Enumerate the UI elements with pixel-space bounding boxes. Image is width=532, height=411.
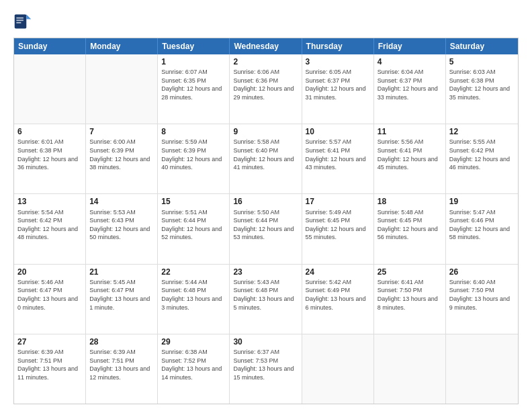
day-number: 5 <box>449 56 515 67</box>
day-info: Sunrise: 5:50 AMSunset: 6:44 PMDaylight:… <box>233 208 298 242</box>
day-cell-15: 15Sunrise: 5:51 AMSunset: 6:44 PMDayligh… <box>158 194 230 263</box>
day-info: Sunrise: 6:37 AMSunset: 7:53 PMDaylight:… <box>233 348 298 381</box>
day-number: 2 <box>233 56 298 67</box>
day-cell-24: 24Sunrise: 5:42 AMSunset: 6:49 PMDayligh… <box>302 265 374 334</box>
empty-cell <box>302 334 374 404</box>
day-cell-28: 28Sunrise: 6:39 AMSunset: 7:51 PMDayligh… <box>86 334 158 404</box>
day-info: Sunrise: 5:53 AMSunset: 6:43 PMDaylight:… <box>89 208 154 242</box>
day-number: 14 <box>89 196 154 207</box>
day-number: 10 <box>306 126 370 137</box>
day-info: Sunrise: 6:00 AMSunset: 6:39 PMDaylight:… <box>89 138 154 171</box>
day-number: 26 <box>449 267 515 277</box>
day-info: Sunrise: 6:04 AMSunset: 6:37 PMDaylight:… <box>378 68 442 101</box>
day-number: 12 <box>449 126 515 137</box>
empty-cell <box>374 334 446 404</box>
day-cell-26: 26Sunrise: 6:40 AMSunset: 7:50 PMDayligh… <box>446 265 518 334</box>
day-info: Sunrise: 5:45 AMSunset: 6:47 PMDaylight:… <box>89 278 154 312</box>
day-cell-23: 23Sunrise: 5:43 AMSunset: 6:48 PMDayligh… <box>230 265 302 334</box>
day-number: 24 <box>306 267 370 277</box>
logo-icon <box>13 12 32 31</box>
day-number: 4 <box>378 56 442 67</box>
day-info: Sunrise: 5:59 AMSunset: 6:39 PMDaylight:… <box>161 138 226 171</box>
day-number: 8 <box>161 126 226 137</box>
day-info: Sunrise: 5:51 AMSunset: 6:44 PMDaylight:… <box>161 208 226 242</box>
day-cell-7: 7Sunrise: 6:00 AMSunset: 6:39 PMDaylight… <box>86 124 158 193</box>
calendar-row-4: 20Sunrise: 5:46 AMSunset: 6:47 PMDayligh… <box>14 265 518 334</box>
day-info: Sunrise: 6:39 AMSunset: 7:51 PMDaylight:… <box>89 348 154 381</box>
day-number: 11 <box>378 126 442 137</box>
day-header-monday: Monday <box>86 38 158 54</box>
calendar-row-1: 1Sunrise: 6:07 AMSunset: 6:35 PMDaylight… <box>14 54 518 124</box>
calendar-row-5: 27Sunrise: 6:39 AMSunset: 7:51 PMDayligh… <box>14 334 518 404</box>
svg-rect-2 <box>16 17 24 19</box>
calendar-header: SundayMondayTuesdayWednesdayThursdayFrid… <box>14 38 518 54</box>
day-cell-12: 12Sunrise: 5:55 AMSunset: 6:42 PMDayligh… <box>446 124 518 193</box>
day-cell-13: 13Sunrise: 5:54 AMSunset: 6:42 PMDayligh… <box>14 194 86 263</box>
day-number: 13 <box>17 196 82 207</box>
day-number: 30 <box>233 336 298 347</box>
day-cell-14: 14Sunrise: 5:53 AMSunset: 6:43 PMDayligh… <box>86 194 158 263</box>
day-header-saturday: Saturday <box>446 38 518 54</box>
day-number: 15 <box>161 196 226 207</box>
day-info: Sunrise: 6:41 AMSunset: 7:50 PMDaylight:… <box>378 278 442 312</box>
day-number: 6 <box>17 126 82 137</box>
day-cell-10: 10Sunrise: 5:57 AMSunset: 6:41 PMDayligh… <box>302 124 374 193</box>
empty-cell <box>86 54 158 124</box>
empty-cell <box>14 54 86 124</box>
day-header-friday: Friday <box>374 38 446 54</box>
svg-rect-0 <box>15 15 27 29</box>
day-cell-21: 21Sunrise: 5:45 AMSunset: 6:47 PMDayligh… <box>86 265 158 334</box>
calendar: SundayMondayTuesdayWednesdayThursdayFrid… <box>13 38 519 404</box>
day-info: Sunrise: 6:38 AMSunset: 7:52 PMDaylight:… <box>161 348 226 381</box>
day-cell-4: 4Sunrise: 6:04 AMSunset: 6:37 PMDaylight… <box>374 54 446 124</box>
day-number: 3 <box>306 56 370 67</box>
day-number: 17 <box>306 196 370 207</box>
day-number: 29 <box>161 336 226 347</box>
day-number: 25 <box>378 267 442 277</box>
calendar-row-2: 6Sunrise: 6:01 AMSunset: 6:38 PMDaylight… <box>14 124 518 194</box>
day-info: Sunrise: 6:07 AMSunset: 6:35 PMDaylight:… <box>161 68 226 101</box>
empty-cell <box>446 334 518 404</box>
day-cell-17: 17Sunrise: 5:49 AMSunset: 6:45 PMDayligh… <box>302 194 374 263</box>
day-cell-25: 25Sunrise: 6:41 AMSunset: 7:50 PMDayligh… <box>374 265 446 334</box>
day-number: 9 <box>233 126 298 137</box>
day-number: 27 <box>17 336 82 347</box>
calendar-row-3: 13Sunrise: 5:54 AMSunset: 6:42 PMDayligh… <box>14 194 518 264</box>
day-info: Sunrise: 6:40 AMSunset: 7:50 PMDaylight:… <box>449 278 515 312</box>
day-cell-16: 16Sunrise: 5:50 AMSunset: 6:44 PMDayligh… <box>230 194 302 263</box>
day-number: 18 <box>378 196 442 207</box>
day-cell-1: 1Sunrise: 6:07 AMSunset: 6:35 PMDaylight… <box>158 54 230 124</box>
day-cell-27: 27Sunrise: 6:39 AMSunset: 7:51 PMDayligh… <box>14 334 86 404</box>
day-cell-9: 9Sunrise: 5:58 AMSunset: 6:40 PMDaylight… <box>230 124 302 193</box>
day-number: 21 <box>89 267 154 277</box>
logo <box>13 12 35 31</box>
day-cell-19: 19Sunrise: 5:47 AMSunset: 6:46 PMDayligh… <box>446 194 518 263</box>
header <box>13 12 519 31</box>
day-info: Sunrise: 5:55 AMSunset: 6:42 PMDaylight:… <box>449 138 515 171</box>
day-info: Sunrise: 5:57 AMSunset: 6:41 PMDaylight:… <box>306 138 370 171</box>
day-cell-8: 8Sunrise: 5:59 AMSunset: 6:39 PMDaylight… <box>158 124 230 193</box>
day-info: Sunrise: 5:43 AMSunset: 6:48 PMDaylight:… <box>233 278 298 312</box>
day-info: Sunrise: 6:01 AMSunset: 6:38 PMDaylight:… <box>17 138 82 171</box>
day-cell-11: 11Sunrise: 5:56 AMSunset: 6:41 PMDayligh… <box>374 124 446 193</box>
day-cell-18: 18Sunrise: 5:48 AMSunset: 6:45 PMDayligh… <box>374 194 446 263</box>
day-info: Sunrise: 5:47 AMSunset: 6:46 PMDaylight:… <box>449 208 515 242</box>
day-info: Sunrise: 6:39 AMSunset: 7:51 PMDaylight:… <box>17 348 82 381</box>
calendar-body: 1Sunrise: 6:07 AMSunset: 6:35 PMDaylight… <box>14 54 518 404</box>
day-info: Sunrise: 5:44 AMSunset: 6:48 PMDaylight:… <box>161 278 226 312</box>
day-number: 28 <box>89 336 154 347</box>
svg-rect-3 <box>16 19 24 21</box>
day-info: Sunrise: 5:56 AMSunset: 6:41 PMDaylight:… <box>378 138 442 171</box>
day-info: Sunrise: 5:42 AMSunset: 6:49 PMDaylight:… <box>306 278 370 312</box>
day-info: Sunrise: 5:49 AMSunset: 6:45 PMDaylight:… <box>306 208 370 242</box>
day-info: Sunrise: 5:48 AMSunset: 6:45 PMDaylight:… <box>378 208 442 242</box>
day-info: Sunrise: 6:05 AMSunset: 6:37 PMDaylight:… <box>306 68 370 101</box>
day-cell-3: 3Sunrise: 6:05 AMSunset: 6:37 PMDaylight… <box>302 54 374 124</box>
day-header-sunday: Sunday <box>14 38 86 54</box>
day-cell-29: 29Sunrise: 6:38 AMSunset: 7:52 PMDayligh… <box>158 334 230 404</box>
day-number: 1 <box>161 56 226 67</box>
day-cell-22: 22Sunrise: 5:44 AMSunset: 6:48 PMDayligh… <box>158 265 230 334</box>
day-cell-6: 6Sunrise: 6:01 AMSunset: 6:38 PMDaylight… <box>14 124 86 193</box>
svg-marker-1 <box>26 15 31 19</box>
day-info: Sunrise: 6:06 AMSunset: 6:36 PMDaylight:… <box>233 68 298 101</box>
